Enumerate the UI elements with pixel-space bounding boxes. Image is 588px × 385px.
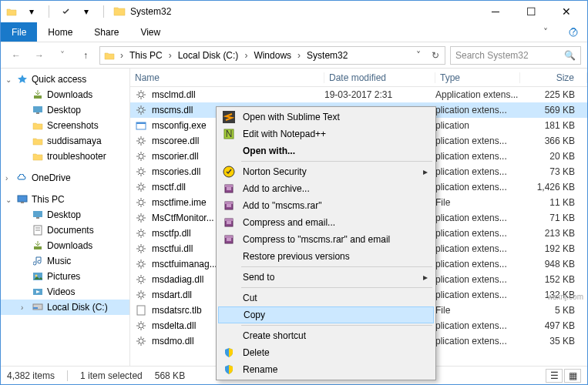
crumb-system32[interactable]: System32: [304, 47, 351, 64]
file-icon: [135, 289, 147, 301]
sidebar-item[interactable]: ›Local Disk (C:): [1, 300, 129, 315]
svg-line-136: [143, 292, 145, 293]
maximize-button[interactable]: ☐: [513, 1, 549, 22]
navigation-pane: ⌄ Quick access DownloadsDesktopScreensho…: [1, 69, 130, 366]
crumb-drive[interactable]: Local Disk (C:): [175, 47, 242, 64]
forward-button[interactable]: →: [30, 46, 49, 65]
col-size[interactable]: Size: [520, 72, 587, 83]
menu-item[interactable]: Restore previous versions: [218, 248, 434, 265]
menu-icon: [221, 199, 237, 213]
svg-line-70: [138, 184, 139, 186]
file-row[interactable]: msclmd.dll19-03-2017 2:31Application ext…: [130, 87, 587, 102]
menu-item[interactable]: Add to archive...: [218, 180, 434, 197]
svg-line-124: [138, 276, 139, 278]
status-selected: 1 item selected: [80, 370, 143, 381]
menu-item[interactable]: Copy: [218, 306, 434, 323]
sidebar-item[interactable]: Screenshots: [1, 118, 129, 133]
sidebar-item[interactable]: suddisamaya: [1, 133, 129, 149]
svg-line-135: [138, 297, 139, 299]
close-button[interactable]: ✕: [549, 1, 584, 22]
menu-item[interactable]: Rename: [218, 361, 434, 378]
window-title: System32: [130, 6, 171, 17]
menu-icon: [221, 182, 237, 196]
svg-rect-162: [227, 187, 231, 190]
menu-item[interactable]: Create shortcut: [218, 327, 434, 344]
file-icon: [135, 258, 147, 270]
svg-point-74: [139, 200, 143, 205]
icon: [32, 286, 44, 298]
svg-line-72: [138, 189, 139, 191]
folder-icon: [32, 104, 44, 116]
ribbon-expand-icon[interactable]: ˅: [532, 22, 559, 42]
menu-icon: [221, 291, 237, 305]
menu-item[interactable]: Cut: [218, 290, 434, 306]
svg-line-55: [143, 153, 145, 155]
svg-rect-165: [227, 204, 231, 207]
tab-view[interactable]: View: [129, 22, 171, 42]
menu-icon: [221, 165, 237, 179]
sidebar-item[interactable]: Desktop: [1, 102, 129, 118]
submenu-arrow-icon: ▸: [423, 272, 428, 283]
tab-home[interactable]: Home: [37, 22, 83, 42]
qat-dropdown-icon[interactable]: ▾: [24, 5, 39, 18]
menu-item[interactable]: Delete: [218, 344, 434, 361]
svg-rect-171: [227, 238, 231, 241]
file-icon: [135, 196, 147, 209]
menu-item[interactable]: Norton Security▸: [218, 163, 434, 180]
qat-folder-icon[interactable]: [4, 5, 19, 18]
search-input[interactable]: Search System32 🔍: [450, 46, 581, 65]
minimize-button[interactable]: ─: [478, 1, 513, 22]
icon: [32, 239, 44, 252]
address-dropdown-icon[interactable]: ˅: [411, 50, 426, 61]
qat-dropdown2-icon[interactable]: ▾: [79, 5, 94, 18]
menu-item[interactable]: Compress to "mscms.rar" and email: [218, 231, 434, 248]
sidebar-item[interactable]: Music: [1, 253, 129, 269]
menu-item[interactable]: Send to▸: [218, 269, 434, 286]
col-name[interactable]: Name: [130, 72, 324, 83]
view-large-icon[interactable]: ▦: [564, 369, 581, 383]
menu-icon: N: [221, 127, 237, 141]
recent-dropdown-icon[interactable]: ˅: [53, 46, 72, 65]
ribbon-help-icon[interactable]: ?: [559, 22, 587, 42]
qat-check-icon[interactable]: [59, 5, 74, 18]
col-date[interactable]: Date modified: [324, 72, 435, 83]
svg-line-118: [143, 261, 145, 263]
sidebar-item[interactable]: Downloads: [1, 238, 129, 253]
icon: [32, 209, 44, 221]
view-details-icon[interactable]: ☰: [546, 369, 563, 383]
svg-point-38: [139, 139, 143, 143]
up-button[interactable]: ↑: [76, 46, 95, 65]
menu-item[interactable]: Compress and email...: [218, 214, 434, 231]
menu-item[interactable]: NEdit with Notepad++: [218, 126, 434, 142]
svg-line-26: [143, 92, 145, 93]
address-bar[interactable]: › This PC› Local Disk (C:)› Windows› Sys…: [99, 46, 445, 65]
menu-item[interactable]: Open with Sublime Text: [218, 109, 434, 126]
menu-item[interactable]: Add to "mscms.rar": [218, 197, 434, 214]
crumb-thispc[interactable]: This PC: [126, 47, 166, 64]
sidebar-item[interactable]: Desktop: [1, 207, 129, 223]
sidebar-item[interactable]: Downloads: [1, 87, 129, 102]
menu-item[interactable]: Open with...: [218, 142, 434, 159]
svg-rect-168: [227, 221, 231, 224]
sidebar-this-pc[interactable]: ⌄ This PC: [1, 192, 129, 207]
svg-point-14: [35, 275, 38, 277]
sidebar-item[interactable]: Documents: [1, 223, 129, 238]
svg-line-82: [143, 199, 145, 201]
menu-icon: [221, 329, 237, 343]
refresh-icon[interactable]: ↻: [428, 50, 443, 61]
sidebar-item[interactable]: Videos: [1, 284, 129, 300]
back-button[interactable]: ←: [7, 46, 25, 65]
svg-line-117: [138, 266, 139, 268]
tab-share[interactable]: Share: [83, 22, 129, 42]
svg-line-23: [138, 92, 139, 93]
svg-rect-12: [34, 246, 42, 249]
sidebar-item[interactable]: troubleshooter: [1, 149, 129, 164]
sidebar-item[interactable]: Pictures: [1, 269, 129, 284]
crumb-windows[interactable]: Windows: [250, 47, 294, 64]
sidebar-quick-access[interactable]: ⌄ Quick access: [1, 72, 129, 87]
tab-file[interactable]: File: [1, 22, 37, 42]
sidebar-onedrive[interactable]: › OneDrive: [1, 170, 129, 186]
svg-line-53: [143, 159, 145, 160]
svg-line-99: [138, 236, 139, 237]
col-type[interactable]: Type: [435, 72, 520, 83]
